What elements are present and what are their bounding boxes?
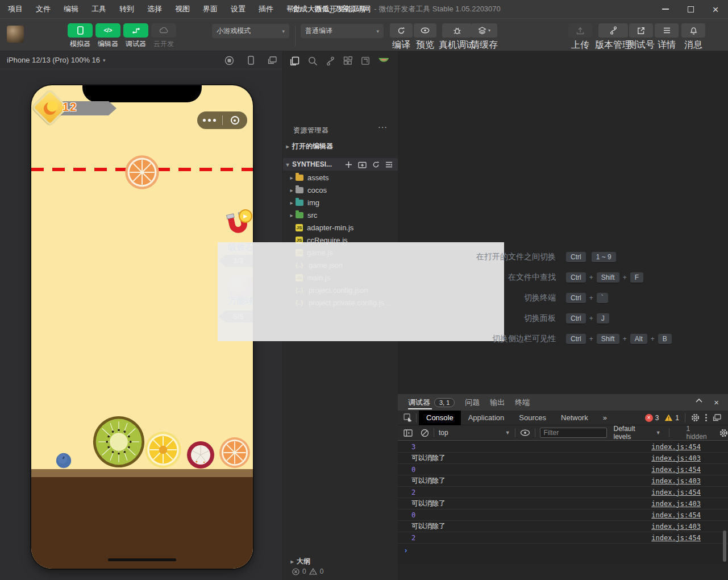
device-selector[interactable]: iPhone 12/13 (Pro) 100% 16 ▾ bbox=[0, 51, 282, 69]
window-controls: × bbox=[653, 0, 728, 18]
user-avatar[interactable] bbox=[7, 26, 24, 43]
console-settings-icon[interactable] bbox=[719, 429, 728, 437]
tab-application[interactable]: Application bbox=[461, 411, 512, 425]
console-log-row[interactable]: 0index.js:454 bbox=[398, 509, 728, 521]
maximize-button[interactable] bbox=[678, 0, 703, 18]
compile-mode-select[interactable]: 普通编译 ▾ bbox=[301, 24, 384, 38]
close-panel-icon[interactable]: × bbox=[714, 398, 719, 407]
error-count[interactable]: × 3 bbox=[645, 414, 659, 422]
refresh-icon[interactable] bbox=[372, 161, 380, 168]
menu-select[interactable]: 选择 bbox=[147, 4, 162, 14]
editor-toggle[interactable]: </> 编辑器 bbox=[95, 23, 120, 49]
compile-button[interactable]: 编译 bbox=[390, 23, 413, 51]
problems-status[interactable]: 0 0 bbox=[292, 567, 323, 575]
console-filter-input[interactable] bbox=[540, 428, 607, 438]
menu-settings[interactable]: 设置 bbox=[231, 4, 246, 14]
file-tree-item-src[interactable]: ▸ src bbox=[283, 209, 398, 221]
inspect-element-icon[interactable] bbox=[403, 413, 413, 422]
warning-count[interactable]: 1 bbox=[664, 414, 679, 422]
more-tabs-button[interactable]: » bbox=[596, 411, 614, 425]
source-link[interactable]: index.js:454 bbox=[651, 511, 701, 519]
menu-goto[interactable]: 转到 bbox=[119, 4, 134, 14]
menu-view[interactable]: 视图 bbox=[175, 4, 190, 14]
source-link[interactable]: index.js:403 bbox=[651, 500, 701, 508]
console-log-row[interactable]: 2index.js:454 bbox=[398, 487, 728, 498]
source-link[interactable]: index.js:454 bbox=[651, 443, 701, 451]
source-link[interactable]: index.js:403 bbox=[651, 477, 701, 485]
source-link[interactable]: index.js:403 bbox=[651, 523, 701, 531]
menu-file[interactable]: 文件 bbox=[36, 4, 51, 14]
version-manage-button[interactable]: 版本管理 bbox=[595, 23, 631, 51]
tab-network[interactable]: Network bbox=[554, 411, 596, 425]
console-log-row[interactable]: 可以消除了index.js:403 bbox=[398, 475, 728, 487]
menu-interface[interactable]: 界面 bbox=[203, 4, 218, 14]
context-selector[interactable]: top ▼ bbox=[439, 429, 510, 437]
open-editors-section[interactable]: ▸ 打开的编辑器 bbox=[283, 140, 398, 152]
file-tree-item-assets[interactable]: ▸ assets bbox=[283, 171, 398, 184]
log-levels-selector[interactable]: Default levels ▼ bbox=[614, 425, 661, 441]
undock-icon[interactable] bbox=[713, 414, 721, 421]
collapse-all-icon[interactable] bbox=[385, 161, 393, 168]
mode-select[interactable]: 小游戏模式 ▾ bbox=[212, 24, 289, 38]
more-menu-button[interactable] bbox=[197, 119, 222, 122]
eye-watch-icon[interactable] bbox=[520, 429, 530, 436]
upload-button[interactable]: 上传 bbox=[568, 23, 592, 51]
source-control-icon[interactable] bbox=[326, 56, 335, 66]
npm-package-icon[interactable] bbox=[361, 56, 370, 65]
project-section[interactable]: ▾ SYNTHESI... bbox=[283, 158, 398, 171]
console-log-row[interactable]: 2index.js:454 bbox=[398, 532, 728, 544]
console-log-row[interactable]: 3index.js:454 bbox=[398, 441, 728, 453]
minimize-button[interactable] bbox=[653, 0, 678, 18]
simulator-toggle[interactable]: 模拟器 bbox=[68, 23, 93, 49]
menu-edit[interactable]: 编辑 bbox=[64, 4, 78, 14]
tab-output[interactable]: 输出 bbox=[490, 394, 505, 411]
close-button[interactable]: × bbox=[703, 0, 728, 18]
console-log-row[interactable]: 0index.js:454 bbox=[398, 464, 728, 475]
tab-sources[interactable]: Sources bbox=[511, 411, 554, 425]
details-button[interactable]: 详情 bbox=[655, 23, 679, 51]
extensions-icon[interactable] bbox=[343, 56, 352, 65]
messages-button[interactable]: 消息 bbox=[681, 23, 705, 51]
new-folder-icon[interactable] bbox=[358, 161, 367, 168]
console-log-row[interactable]: 可以消除了index.js:403 bbox=[398, 498, 728, 509]
source-link[interactable]: index.js:403 bbox=[651, 454, 701, 462]
device-debug-button[interactable]: 真机调试 bbox=[439, 23, 475, 51]
multi-window-icon[interactable] bbox=[268, 56, 277, 64]
file-tree-item-adapter[interactable]: JS adapter-min.js bbox=[283, 221, 398, 234]
console-log-row[interactable]: 可以消除了index.js:403 bbox=[398, 453, 728, 464]
search-icon[interactable] bbox=[308, 56, 318, 66]
devtools-settings-icon[interactable] bbox=[691, 413, 700, 422]
rotate-phone-icon[interactable] bbox=[248, 56, 254, 65]
tab-problems[interactable]: 问题 bbox=[465, 394, 480, 411]
tab-debugger[interactable]: 调试器 3, 1 bbox=[408, 394, 455, 411]
console-prompt[interactable]: › bbox=[398, 544, 728, 556]
exit-button[interactable] bbox=[223, 116, 248, 125]
tab-console[interactable]: Console bbox=[419, 411, 461, 425]
clear-cache-button[interactable]: ▾ 清缓存 bbox=[471, 23, 498, 51]
source-link[interactable]: index.js:454 bbox=[651, 488, 701, 496]
source-link[interactable]: index.js:454 bbox=[651, 466, 701, 474]
cloud-dev-toggle[interactable]: 云开发 bbox=[151, 23, 176, 49]
menu-plugins[interactable]: 插件 bbox=[259, 4, 273, 14]
outline-section[interactable]: ▸ 大纲 bbox=[283, 555, 398, 567]
debugger-toggle[interactable]: 调试器 bbox=[123, 23, 148, 49]
record-icon[interactable] bbox=[224, 56, 234, 65]
tab-terminal[interactable]: 终端 bbox=[515, 394, 530, 411]
preview-button[interactable]: 预览 bbox=[414, 23, 436, 51]
new-file-icon[interactable] bbox=[345, 161, 352, 168]
more-options-icon[interactable] bbox=[705, 414, 707, 421]
console-sidebar-icon[interactable] bbox=[403, 429, 413, 437]
menu-project[interactable]: 项目 bbox=[8, 4, 23, 14]
watermelon-icon[interactable] bbox=[378, 57, 389, 65]
test-account-button[interactable]: 测试号 bbox=[627, 23, 655, 51]
menu-tools[interactable]: 工具 bbox=[91, 4, 106, 14]
collapse-panel-icon[interactable] bbox=[696, 398, 702, 407]
clear-console-icon[interactable] bbox=[421, 429, 429, 437]
file-tree-item-cocos[interactable]: ▸ cocos bbox=[283, 184, 398, 196]
more-actions-icon[interactable]: ··· bbox=[378, 122, 388, 131]
console-log-row[interactable]: 可以消除了index.js:403 bbox=[398, 521, 728, 532]
console-scrollbar[interactable] bbox=[723, 531, 726, 562]
files-icon[interactable] bbox=[290, 56, 299, 66]
source-link[interactable]: index.js:454 bbox=[651, 534, 701, 542]
file-tree-item-img[interactable]: ▸ img bbox=[283, 196, 398, 209]
